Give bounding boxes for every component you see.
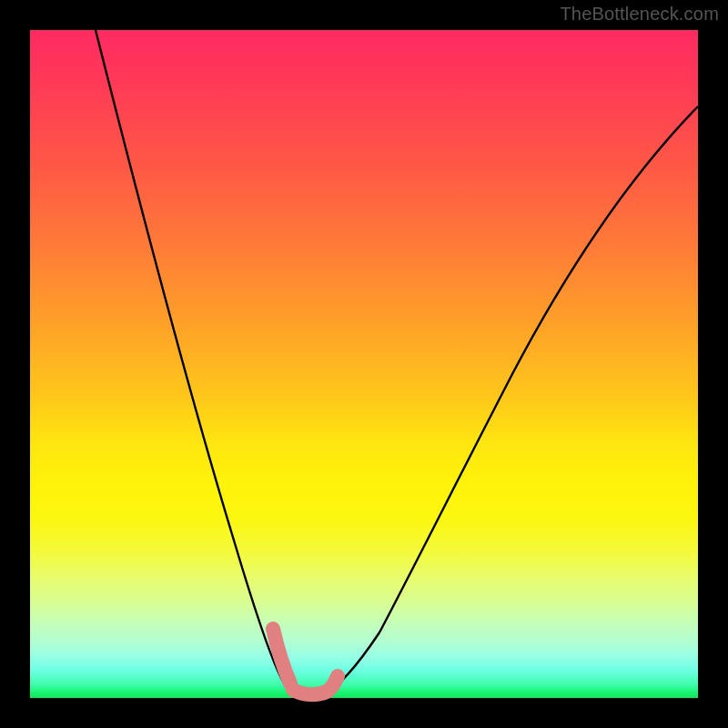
left-curve xyxy=(96,30,299,693)
watermark-text: TheBottleneck.com xyxy=(560,4,719,25)
chart-stage: TheBottleneck.com xyxy=(0,0,728,728)
basin-marker-floor xyxy=(293,676,338,694)
plot-area xyxy=(30,30,698,698)
basin-marker-left xyxy=(273,629,290,683)
right-curve xyxy=(323,106,698,694)
curve-layer xyxy=(30,30,698,698)
